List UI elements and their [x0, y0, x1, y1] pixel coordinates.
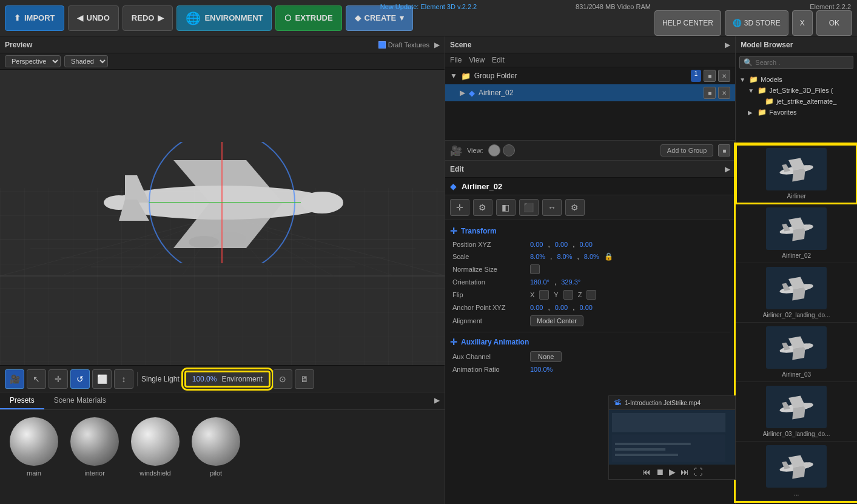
group-close-btn[interactable]: ✕ [718, 70, 730, 82]
3d-viewport[interactable]: Model: Models/Jet_Strike_3D_Files/Airlin… [0, 70, 445, 365]
alt-folder-row[interactable]: 📁 jet_strike_alternate_ [736, 96, 857, 107]
thumb-airliner-02[interactable]: Airliner_02 [736, 204, 857, 263]
video-forward-btn[interactable]: ⏭ [681, 467, 689, 477]
ok-button[interactable]: OK [816, 10, 852, 36]
view-circle-1[interactable] [488, 144, 500, 156]
camera-button[interactable]: 🎥 [5, 369, 24, 389]
video-play-btn[interactable]: ▶ [669, 467, 676, 477]
ram-info: 831/2048 MB Video RAM [576, 2, 651, 11]
render-button[interactable]: 🖥 [295, 369, 314, 389]
scale-button[interactable]: ⬜ [92, 369, 112, 389]
airliner-close-btn[interactable]: ✕ [718, 87, 730, 99]
undo-button[interactable]: ◀ UNDO [68, 5, 119, 31]
select-button[interactable]: ↖ [27, 369, 46, 389]
move-button[interactable]: ✛ [49, 369, 68, 389]
scene-close-btn[interactable]: ■ [718, 144, 730, 156]
flip-z-btn[interactable] [586, 290, 596, 300]
material-tool-btn[interactable]: ◧ [496, 199, 516, 216]
airliner-toggle-btn[interactable]: ■ [704, 87, 716, 99]
close-button[interactable]: X [792, 10, 813, 36]
material-sphere-main [10, 417, 58, 466]
alignment-button[interactable]: Model Center [530, 315, 583, 326]
extrude-button[interactable]: ⬡ EXTRUDE [275, 5, 341, 31]
rotate-button[interactable]: ↺ [70, 369, 90, 389]
material-pilot[interactable]: pilot [192, 417, 240, 477]
group-folder-row[interactable]: ▼ 📁 Group Folder 1 ■ ✕ [445, 67, 735, 84]
scale-z[interactable]: 8.0% [584, 253, 599, 260]
flip-tool-btn[interactable]: ↔ [542, 199, 562, 216]
scene-view-menu[interactable]: Edit [492, 56, 505, 64]
material-windshield[interactable]: windshield [131, 417, 180, 477]
anchor-z[interactable]: 0.00 [580, 304, 593, 311]
preview-expand-arrow[interactable]: ▶ [434, 41, 440, 49]
thumb-airliner[interactable]: Airliner [736, 144, 857, 204]
animation-ratio-value[interactable]: 100.0% [530, 366, 553, 373]
video-stop-btn[interactable]: ⏹ [656, 467, 664, 477]
draft-textures-control[interactable]: Draft Textures [378, 41, 429, 49]
thumb-airliner-02-landing[interactable]: Airliner_02_landing_do... [736, 263, 857, 323]
thumb-airliner-03-landing[interactable]: Airliner_03_landing_do... [736, 382, 857, 442]
search-input[interactable] [755, 59, 849, 66]
material-label-main: main [27, 469, 41, 477]
position-y[interactable]: 0.00 [555, 241, 568, 248]
airliner-tree-row[interactable]: ▶ ◆ Airliner_02 ■ ✕ [445, 84, 735, 101]
material-interior[interactable]: interior [70, 417, 119, 477]
group-toggle-btn[interactable]: ■ [704, 70, 716, 82]
video-rewind-btn[interactable]: ⏮ [642, 467, 651, 477]
import-icon: ⬆ [14, 13, 21, 22]
scale-lock-icon[interactable]: 🔒 [604, 252, 613, 261]
redo-button[interactable]: REDO ▶ [123, 5, 173, 31]
scene-file-menu[interactable]: File [450, 56, 462, 64]
anchor-x[interactable]: 0.00 [530, 304, 543, 311]
presets-content: main interior windshield pilot [0, 410, 445, 484]
create-icon: ◆ [355, 13, 361, 22]
help-center-button[interactable]: HELP CENTER [654, 10, 721, 36]
presets-tab[interactable]: Presets [0, 392, 44, 409]
thumb-last[interactable]: ... [736, 442, 857, 501]
settings-tool-btn[interactable]: ⚙ [473, 199, 492, 216]
transform-tool-btn[interactable]: ✛ [450, 199, 469, 216]
anchor-y[interactable]: 0.00 [555, 304, 568, 311]
orbit-button[interactable]: ⊙ [273, 369, 292, 389]
aux-channel-button[interactable]: None [530, 351, 562, 362]
flip-row: Flip X Y Z [450, 288, 730, 301]
jet-strike-folder-row[interactable]: ▼ 📁 Jet_Strike_3D_Files ( [736, 85, 857, 96]
material-main[interactable]: main [10, 417, 58, 477]
scene-expand-arrow[interactable]: ▶ [725, 41, 730, 49]
normalize-checkbox[interactable] [530, 264, 540, 274]
aux-header[interactable]: ✛ Auxiliary Animation [450, 335, 730, 349]
models-root-label: Models [761, 76, 782, 83]
transform-header[interactable]: ✛ Transform [450, 224, 730, 238]
models-root-row[interactable]: ▼ 📁 Models [736, 74, 857, 85]
presets-arrow[interactable]: ▶ [434, 396, 440, 405]
add-to-group-button[interactable]: Add to Group [660, 144, 713, 156]
orientation-x[interactable]: 180.0° [530, 278, 549, 286]
orientation-y[interactable]: 329.3° [561, 278, 580, 286]
environment-button[interactable]: 🌐 ENVIRONMENT [176, 5, 272, 31]
perspective-dropdown[interactable]: Perspective [5, 55, 61, 67]
view-circle-2[interactable] [503, 144, 515, 156]
thumb-airliner-03[interactable]: Airliner_03 [736, 323, 857, 382]
object-icon: ◆ [450, 181, 457, 191]
scene-edit-menu[interactable]: View [469, 56, 485, 64]
export-tool-btn[interactable]: ⬛ [519, 199, 539, 216]
video-fullscreen-btn[interactable]: ⛶ [694, 467, 702, 477]
import-button[interactable]: ⬆ IMPORT [5, 5, 64, 31]
extra-tool-btn[interactable]: ⚙ [565, 199, 585, 216]
flip-y-btn[interactable] [563, 290, 573, 300]
scene-materials-tab[interactable]: Scene Materials [44, 392, 116, 409]
scale-y[interactable]: 8.0% [557, 253, 572, 260]
3d-store-button[interactable]: 🌐 3D STORE [725, 10, 788, 36]
animation-ratio-label: Animation Ratio [452, 366, 525, 373]
flip-x-btn[interactable] [539, 290, 549, 300]
scale-x[interactable]: 8.0% [530, 253, 545, 260]
draft-textures-checkbox[interactable] [378, 41, 386, 49]
view-mode-circles [488, 144, 515, 156]
svg-rect-31 [615, 454, 678, 456]
position-x[interactable]: 0.00 [530, 241, 543, 248]
position-z[interactable]: 0.00 [580, 241, 593, 248]
edit-expand-arrow[interactable]: ▶ [725, 165, 730, 173]
favorites-row[interactable]: ▶ 📁 Favorites [736, 107, 857, 118]
shaded-dropdown[interactable]: Shaded [64, 55, 108, 67]
align-button[interactable]: ↕ [114, 369, 133, 389]
